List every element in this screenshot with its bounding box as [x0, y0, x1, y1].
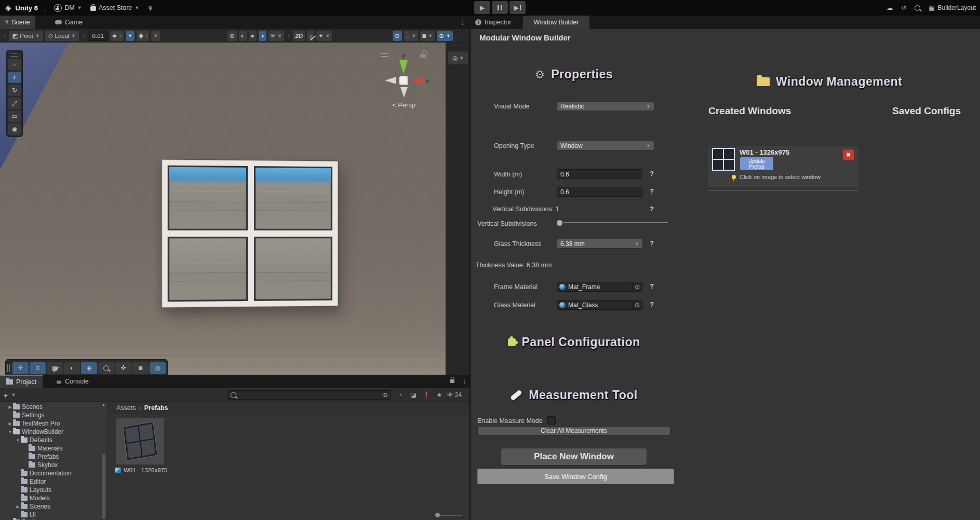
tab-project[interactable]: Project: [0, 375, 43, 388]
scroll-up-icon[interactable]: ▲: [102, 403, 105, 406]
thumbnail-zoom-slider[interactable]: [435, 515, 462, 516]
tree-item[interactable]: Skybox: [29, 461, 58, 469]
fog-toggle-button[interactable]: ◑: [259, 31, 266, 41]
tree-item[interactable]: ▶Scenes: [15, 502, 50, 511]
subdivisions-slider-knob[interactable]: [557, 220, 562, 226]
tab-inspector[interactable]: i Inspector: [470, 16, 516, 29]
x-axis-cone[interactable]: [410, 77, 423, 85]
render-mode-button[interactable]: ◐: [64, 362, 80, 374]
overlay-drag-handle[interactable]: [7, 364, 10, 372]
height-help-button[interactable]: ?: [648, 188, 655, 195]
step-button[interactable]: ▶: [509, 1, 526, 14]
create-asset-dropdown[interactable]: ▼: [10, 390, 17, 400]
pivot-dropdown[interactable]: ◩Pivot▼: [9, 31, 43, 41]
hidden-packages-button[interactable]: ❗: [421, 390, 432, 400]
scale-tool-button[interactable]: ⤢: [8, 98, 21, 109]
object-picker-icon[interactable]: ⊙: [632, 302, 640, 309]
favorites-button[interactable]: ★: [434, 390, 445, 400]
update-prefab-button[interactable]: Update Prefab: [740, 157, 773, 170]
move-tool-button[interactable]: ✛: [8, 72, 21, 83]
visibility-effects-dropdown[interactable]: ✦▼: [316, 31, 332, 41]
search-scene-button[interactable]: [98, 362, 114, 374]
width-help-button[interactable]: ?: [648, 170, 655, 177]
skybox-toggle-button[interactable]: ●: [249, 31, 257, 41]
subdivisions-slider-track[interactable]: [563, 222, 668, 223]
pause-button[interactable]: [492, 1, 508, 14]
version-control-button[interactable]: ⋔: [145, 4, 155, 12]
tree-item[interactable]: ▼WindowBuilder: [7, 428, 63, 436]
tree-item[interactable]: ▶Packages: [7, 518, 49, 520]
window-thumbnail[interactable]: [712, 148, 735, 171]
draw-mode-button[interactable]: ⊕: [227, 31, 237, 41]
camera-dropdown[interactable]: ◙▼: [420, 31, 435, 41]
handle-rotation-dropdown[interactable]: ◇Local▼: [45, 31, 79, 41]
glass-material-help-button[interactable]: ?: [648, 301, 655, 308]
scene-visibility-button[interactable]: ⊙: [393, 31, 402, 41]
expand-arrow-icon[interactable]: ▶: [15, 504, 21, 509]
tree-item[interactable]: Editor: [21, 477, 46, 486]
history-icon[interactable]: ↺: [901, 4, 906, 11]
zoom-slider-knob[interactable]: [435, 513, 440, 517]
tab-game[interactable]: Game: [50, 16, 88, 29]
project-panel-menu-icon[interactable]: ⋮: [461, 377, 468, 385]
tree-item[interactable]: ▶Scenes: [7, 403, 43, 411]
prefab-asset-thumbnail[interactable]: [116, 418, 164, 464]
asset-store-menu[interactable]: Asset Store ▼: [88, 4, 142, 11]
search-icon[interactable]: [915, 5, 920, 11]
navigation-compass-button[interactable]: ◎: [150, 362, 166, 374]
2d-toggle-button[interactable]: 2D: [293, 31, 305, 41]
breadcrumb-current[interactable]: Prefabs: [144, 404, 168, 412]
tree-item[interactable]: Models: [21, 494, 50, 502]
transform-tool-button[interactable]: ◉: [8, 124, 21, 135]
tree-item[interactable]: Settings: [13, 411, 44, 419]
layout-dropdown[interactable]: ▦ BuilderLayout: [929, 4, 976, 11]
glass-material-field[interactable]: Mat_Glass ⊙: [557, 300, 642, 310]
lighting-toggle-button[interactable]: ◐: [239, 31, 247, 41]
save-window-config-button[interactable]: Save Window Config: [477, 469, 674, 484]
tree-item[interactable]: ▶TextMesh Pro: [7, 419, 60, 428]
gizmo-center-cube[interactable]: [399, 76, 408, 85]
overlay-drag-handle[interactable]: [11, 53, 18, 57]
object-picker-icon[interactable]: ⊙: [632, 283, 640, 291]
tool-settings-button[interactable]: ≡: [30, 362, 46, 374]
width-field[interactable]: 0.6: [557, 169, 642, 179]
y-axis-cone[interactable]: [399, 60, 408, 74]
prefab-asset-item[interactable]: W01 - 1326x975: [115, 467, 167, 473]
grid-snap-dropdown[interactable]: ▼: [126, 31, 135, 41]
effects-dropdown[interactable]: ✳▼: [269, 31, 285, 41]
tree-item[interactable]: Prefabs: [29, 453, 59, 461]
rotation-unlocked-icon[interactable]: [420, 54, 426, 58]
project-search-input[interactable]: ⧉: [227, 390, 391, 400]
neg-x-axis-cone[interactable]: [385, 77, 396, 84]
tree-item[interactable]: Layouts: [21, 486, 51, 494]
increment-snap-button[interactable]: ⋕•: [137, 31, 149, 41]
neg-y-axis-cone[interactable]: [400, 87, 408, 98]
snap-increment-field[interactable]: 0.01: [88, 31, 108, 41]
place-new-window-button[interactable]: Place New Window: [501, 448, 647, 466]
visibility-count[interactable]: 👁24: [446, 390, 463, 400]
gizmos-button[interactable]: ◈: [81, 362, 97, 374]
tree-scrollbar[interactable]: ▲: [101, 403, 106, 519]
delete-window-button[interactable]: ✖: [843, 149, 854, 160]
enable-measure-checkbox[interactable]: [547, 416, 556, 425]
orientation-gizmo[interactable]: y x < Persp: [381, 48, 438, 113]
audio-mute-button[interactable]: ♪: [307, 31, 314, 41]
overlay-drag-handle[interactable]: [381, 53, 388, 57]
height-field[interactable]: 0.6: [557, 187, 642, 197]
orientation-overlay-dropdown[interactable]: ◎▼: [448, 51, 468, 64]
clear-measurements-button[interactable]: Clear All Measurements: [477, 426, 670, 435]
tab-console[interactable]: ≣ Console: [50, 375, 95, 388]
play-button[interactable]: ▶: [474, 1, 490, 14]
glass-thickness-help-button[interactable]: ?: [648, 240, 655, 247]
filter-by-label-button[interactable]: ◪: [408, 390, 419, 400]
grid-visibility-button[interactable]: ▦: [47, 362, 63, 374]
lock-icon[interactable]: [450, 379, 454, 383]
open-search-window-icon[interactable]: ⧉: [383, 392, 387, 399]
overlay-drag-handle[interactable]: [452, 46, 462, 49]
collapse-arrow-icon[interactable]: ▼: [15, 438, 21, 443]
filter-by-type-button[interactable]: ◔: [395, 390, 405, 400]
frame-material-field[interactable]: Mat_Frame ⊙: [557, 282, 642, 292]
view-tool-button[interactable]: ☞: [8, 59, 21, 70]
perspective-label[interactable]: < Persp: [392, 101, 415, 109]
rotate-tool-button[interactable]: ↻: [8, 85, 21, 96]
